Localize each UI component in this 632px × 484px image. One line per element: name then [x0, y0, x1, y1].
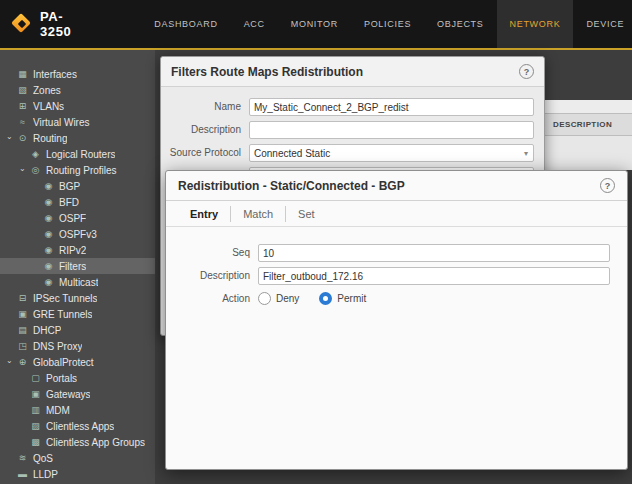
palo-alto-logo-icon — [12, 14, 32, 34]
table-column-header-description[interactable]: DESCRIPTION — [545, 113, 632, 136]
sidebar-item-zones[interactable]: ▧ Zones — [0, 82, 155, 98]
sidebar-item-clientless-app-groups[interactable]: ▩ Clientless App Groups — [0, 434, 155, 450]
ospf-icon: ◉ — [42, 213, 55, 223]
interfaces-icon: ▦ — [16, 69, 29, 79]
bfd-icon: ◉ — [42, 197, 55, 207]
radio-icon[interactable] — [258, 292, 271, 305]
clientless-apps-icon: ▨ — [29, 421, 42, 431]
table-body — [545, 136, 632, 170]
deny-radio[interactable]: Deny — [258, 292, 299, 305]
sidebar-item-multicast[interactable]: ◉ Multicast — [0, 274, 155, 290]
sidebar-item-routing-profiles[interactable]: ◎ Routing Profiles — [0, 162, 155, 178]
zones-icon: ▧ — [16, 85, 29, 95]
sidebar-item-filters[interactable]: ◉ Filters — [0, 258, 155, 274]
routing-icon: ⊙ — [16, 133, 29, 143]
logical-routers-icon: ◈ — [29, 149, 42, 159]
description-input[interactable] — [258, 267, 610, 285]
virtual-wires-icon: ≈ — [16, 117, 29, 127]
clientless-app-groups-icon: ▩ — [29, 437, 42, 447]
sidebar-item-bgp[interactable]: ◉ BGP — [0, 178, 155, 194]
tab-device[interactable]: DEVICE — [573, 0, 632, 48]
chevron-down-icon[interactable] — [19, 166, 29, 175]
help-icon[interactable]: ? — [519, 64, 534, 79]
redistribution-dialog: Redistribution - Static/Connected - BGP … — [165, 170, 628, 470]
source-protocol-select[interactable]: Connected Static — [249, 144, 534, 162]
dialog2-body: Seq Description Action Deny — [166, 227, 627, 305]
ospfv3-icon: ◉ — [42, 229, 55, 239]
chevron-down-icon[interactable] — [6, 358, 16, 367]
dialog1-title: Filters Route Maps Redistribution — [171, 65, 519, 79]
dialog-tab-match[interactable]: Match — [231, 206, 286, 222]
seq-field: Seq — [166, 244, 617, 262]
tab-monitor[interactable]: MONITOR — [278, 0, 351, 48]
sidebar-nav-tree: ▦ Interfaces ▧ Zones ⊞ VLANs ≈ Virtual W… — [0, 50, 155, 484]
table-gap — [545, 56, 632, 100]
sidebar-item-qos[interactable]: ≋ QoS — [0, 450, 155, 466]
gre-tunnels-icon: ▣ — [16, 309, 29, 319]
dns-proxy-icon: ◳ — [16, 341, 29, 351]
action-label: Action — [166, 290, 258, 305]
sidebar-item-clientless-apps[interactable]: ▨ Clientless Apps — [0, 418, 155, 434]
lldp-icon: ▬ — [16, 469, 29, 479]
source-protocol-field: Source Protocol Connected Static — [161, 144, 534, 162]
chevron-down-icon[interactable] — [6, 134, 16, 143]
sidebar-item-vlans[interactable]: ⊞ VLANs — [0, 98, 155, 114]
table-toolbar-strip — [545, 100, 632, 113]
routing-profiles-icon: ◎ — [29, 165, 42, 175]
filters-icon: ◉ — [42, 261, 55, 271]
description-field: Description — [161, 121, 534, 139]
sidebar-item-ospfv3[interactable]: ◉ OSPFv3 — [0, 226, 155, 242]
dialog-tab-set[interactable]: Set — [286, 206, 327, 222]
vlans-icon: ⊞ — [16, 101, 29, 111]
dialog-tab-entry[interactable]: Entry — [178, 206, 231, 222]
name-input[interactable] — [249, 98, 534, 116]
sidebar-item-gre-tunnels[interactable]: ▣ GRE Tunnels — [0, 306, 155, 322]
description-field: Description — [166, 267, 617, 285]
sidebar-item-virtual-wires[interactable]: ≈ Virtual Wires — [0, 114, 155, 130]
ripv2-icon: ◉ — [42, 245, 55, 255]
portals-icon: ▢ — [29, 373, 42, 383]
sidebar-item-portals[interactable]: ▢ Portals — [0, 370, 155, 386]
name-field: Name — [161, 98, 534, 116]
dialog2-title: Redistribution - Static/Connected - BGP — [178, 179, 600, 193]
app-window: PA-3250 DASHBOARD ACC MONITOR POLICIES — [0, 0, 632, 484]
sidebar-item-globalprotect[interactable]: ⊕ GlobalProtect — [0, 354, 155, 370]
main-nav: DASHBOARD ACC MONITOR POLICIES OBJECTS — [141, 0, 632, 48]
sidebar-item-lldp[interactable]: ▬ LLDP — [0, 466, 155, 482]
tab-objects[interactable]: OBJECTS — [424, 0, 496, 48]
sidebar-item-ipsec-tunnels[interactable]: ⊟ IPSec Tunnels — [0, 290, 155, 306]
description-label: Description — [166, 267, 258, 282]
top-header: PA-3250 DASHBOARD ACC MONITOR POLICIES — [0, 0, 632, 48]
background-table-fragment: DESCRIPTION — [545, 56, 632, 170]
sidebar-item-dhcp[interactable]: ▤ DHCP — [0, 322, 155, 338]
sidebar-item-logical-routers[interactable]: ◈ Logical Routers — [0, 146, 155, 162]
ipsec-tunnels-icon: ⊟ — [16, 293, 29, 303]
dialog2-tabs: Entry Match Set — [166, 201, 627, 227]
permit-radio[interactable]: Permit — [319, 292, 366, 305]
action-field: Action Deny Permit — [166, 290, 617, 305]
sidebar-item-gateways[interactable]: ▣ Gateways — [0, 386, 155, 402]
multicast-icon: ◉ — [42, 277, 55, 287]
radio-icon[interactable] — [319, 292, 332, 305]
sidebar-item-ripv2[interactable]: ◉ RIPv2 — [0, 242, 155, 258]
action-radio-group: Deny Permit — [258, 290, 386, 305]
description-input[interactable] — [249, 121, 534, 139]
chevron-down-icon — [524, 149, 533, 158]
globalprotect-icon: ⊕ — [16, 357, 29, 367]
tab-network[interactable]: NETWORK — [497, 0, 574, 48]
tab-policies[interactable]: POLICIES — [351, 0, 424, 48]
help-icon[interactable]: ? — [600, 178, 615, 193]
tab-acc[interactable]: ACC — [231, 0, 278, 48]
sidebar-item-dns-proxy[interactable]: ◳ DNS Proxy — [0, 338, 155, 354]
sidebar-item-ospf[interactable]: ◉ OSPF — [0, 210, 155, 226]
sidebar-item-routing[interactable]: ⊙ Routing — [0, 130, 155, 146]
dialog1-header: Filters Route Maps Redistribution ? — [161, 57, 544, 87]
sidebar-item-mdm[interactable]: ▥ MDM — [0, 402, 155, 418]
sidebar-item-interfaces[interactable]: ▦ Interfaces — [0, 66, 155, 82]
sidebar-item-bfd[interactable]: ◉ BFD — [0, 194, 155, 210]
bgp-icon: ◉ — [42, 181, 55, 191]
mdm-icon: ▥ — [29, 405, 42, 415]
seq-input[interactable] — [258, 244, 610, 262]
tab-dashboard[interactable]: DASHBOARD — [141, 0, 230, 48]
dialog2-header: Redistribution - Static/Connected - BGP … — [166, 171, 627, 201]
